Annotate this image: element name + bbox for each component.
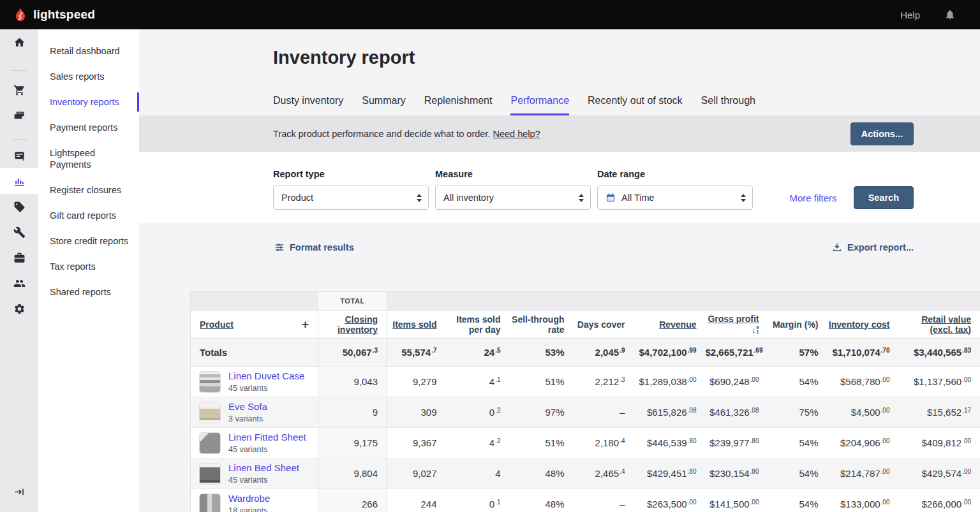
date-range-select[interactable]: All Time — [597, 186, 753, 210]
tab-dusty-inventory[interactable]: Dusty inventory — [273, 95, 343, 115]
help-link[interactable]: Help — [900, 10, 920, 20]
settings-icon[interactable] — [0, 296, 38, 321]
cart-icon[interactable] — [0, 77, 38, 103]
flame-icon — [13, 7, 28, 22]
lightspeed-logo[interactable]: lightspeed — [13, 7, 95, 22]
product-link[interactable]: Linen Fitted Sheet — [228, 432, 306, 443]
column-header-sell-through-rate: Sell-through rate — [510, 311, 574, 339]
sidebar-item-payment-reports[interactable]: Payment reports — [38, 115, 139, 140]
product-link[interactable]: Wardrobe — [228, 493, 270, 504]
toolbox-icon[interactable] — [0, 245, 38, 270]
actions-button[interactable]: Actions... — [850, 122, 914, 145]
format-results-link[interactable]: Format results — [274, 242, 354, 252]
table-row: Linen Duvet Case45 variants9,0439,2794.1… — [191, 367, 980, 397]
table-cell: 2,465.4 — [574, 458, 634, 489]
product-variants: 18 variants — [228, 506, 267, 512]
report-type-value: Product — [281, 193, 313, 203]
filters-bar: Report type Product Measure All inventor… — [139, 152, 980, 223]
sidebar-item-lightspeed-payments[interactable]: Lightspeed Payments — [38, 140, 139, 177]
table-cell: 9,043 — [318, 367, 387, 397]
table-cell: 266 — [318, 489, 387, 512]
product-cell: Linen Bed Sheet45 variants — [191, 458, 318, 489]
product-variants: 45 variants — [228, 445, 267, 454]
product-link[interactable]: Eve Sofa — [228, 401, 267, 412]
icon-rail — [0, 29, 38, 512]
sidebar-item-tax-reports[interactable]: Tax reports — [38, 254, 139, 279]
table-group-header-row: TOTAL — [191, 292, 980, 311]
column-header-retail-value-excl-tax[interactable]: Retail value (excl. tax) — [899, 311, 980, 339]
receipt-icon[interactable] — [0, 143, 38, 168]
table-cell: 48% — [510, 458, 574, 489]
need-help-link[interactable]: Need help? — [493, 129, 540, 139]
product-variants: 3 variants — [228, 414, 263, 423]
column-header-inventory-cost[interactable]: Inventory cost — [828, 311, 899, 339]
group-header-spacer — [387, 292, 980, 311]
table-cell: 2,180.4 — [574, 428, 634, 458]
column-header-closing-inventory[interactable]: Closing inventory — [318, 311, 387, 339]
tab-sell-through[interactable]: Sell through — [701, 95, 755, 115]
column-header-margin: Margin (%) — [768, 311, 828, 339]
collapse-icon[interactable] — [0, 479, 38, 504]
tag-icon[interactable] — [0, 194, 38, 219]
wrench-icon[interactable] — [0, 219, 38, 245]
table-cell: $266,000.00 — [899, 489, 980, 512]
product-link[interactable]: Linen Bed Sheet — [228, 462, 299, 473]
column-header-product[interactable]: Product+ — [191, 311, 318, 339]
table-cell: 309 — [387, 397, 446, 428]
product-thumbnail — [199, 402, 221, 423]
table-cell: $239,977.80 — [706, 428, 768, 458]
sidebar-item-gift-card-reports[interactable]: Gift card reports — [38, 203, 139, 228]
customers-icon[interactable] — [0, 270, 38, 296]
register-icon[interactable] — [0, 103, 38, 128]
totals-cell: $2,665,721.69 — [706, 339, 768, 367]
column-header-revenue[interactable]: Revenue — [634, 311, 706, 339]
totals-label: Totals — [191, 339, 318, 367]
totals-row: Totals50,067.355,574.724.553%2,045.9$4,7… — [191, 339, 980, 367]
table-cell: 97% — [510, 397, 574, 428]
tab-replenishment[interactable]: Replenishment — [424, 95, 493, 115]
main-content: Inventory report Dusty inventorySummaryR… — [139, 29, 980, 512]
sidebar-item-shared-reports[interactable]: Shared reports — [38, 279, 139, 305]
table-cell: $230,154.80 — [706, 458, 768, 489]
more-filters-link[interactable]: More filters — [789, 193, 836, 203]
table-cell: 9,367 — [387, 428, 446, 458]
reports-icon[interactable] — [0, 168, 38, 194]
sidebar-item-store-credit-reports[interactable]: Store credit reports — [38, 228, 139, 254]
sidebar-item-sales-reports[interactable]: Sales reports — [38, 64, 139, 89]
brand-wordmark: lightspeed — [33, 8, 95, 22]
search-button[interactable]: Search — [854, 186, 914, 209]
table-cell: $133,000.00 — [828, 489, 899, 512]
home-icon[interactable] — [0, 29, 38, 55]
tab-recently-out-of-stock[interactable]: Recently out of stock — [588, 95, 683, 115]
total-group-label: TOTAL — [318, 297, 387, 305]
product-cell: Wardrobe18 variants — [191, 489, 318, 512]
report-area: Format results Export report... — [139, 223, 980, 512]
product-thumbnail — [199, 371, 221, 393]
totals-cell: 57% — [768, 339, 828, 367]
column-header-items-sold[interactable]: Items sold — [387, 311, 446, 339]
product-link[interactable]: Linen Duvet Case — [228, 370, 304, 381]
product-cell: Linen Duvet Case45 variants — [191, 367, 318, 397]
table-cell: $615,826.08 — [634, 397, 706, 428]
spinner-icon — [741, 194, 746, 202]
table-cell: 54% — [768, 428, 828, 458]
totals-cell: $1,710,074.70 — [828, 339, 899, 367]
table-cell: $446,539.80 — [634, 428, 706, 458]
tab-summary[interactable]: Summary — [362, 95, 405, 115]
table-cell: 2,212.3 — [574, 367, 634, 397]
sidebar-item-retail-dashboard[interactable]: Retail dashboard — [38, 38, 139, 64]
add-column-button[interactable]: + — [302, 318, 309, 330]
report-type-select[interactable]: Product — [273, 186, 429, 210]
sidebar-item-register-closures[interactable]: Register closures — [38, 177, 139, 203]
app-window: lightspeed Help — [0, 0, 980, 512]
table-cell: 4.2 — [446, 428, 510, 458]
measure-select[interactable]: All inventory — [435, 186, 591, 210]
table-cell: – — [574, 489, 634, 512]
sidebar-item-inventory-reports[interactable]: Inventory reports — [38, 89, 139, 115]
table-cell: 54% — [768, 458, 828, 489]
tab-performance[interactable]: Performance — [510, 95, 569, 115]
export-report-link[interactable]: Export report... — [832, 242, 914, 252]
column-header-gross-profit[interactable]: Gross profit↓91 — [706, 311, 768, 339]
table-cell: $263,500.00 — [634, 489, 706, 512]
bell-icon[interactable] — [944, 9, 956, 20]
